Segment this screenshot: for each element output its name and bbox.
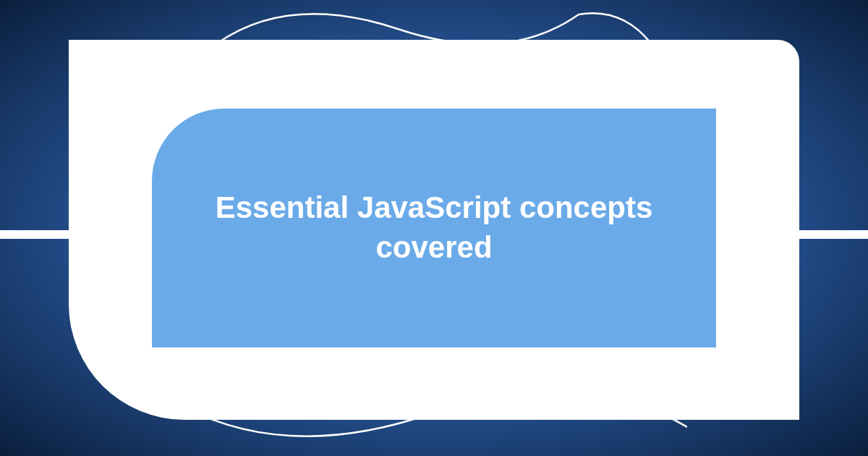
inner-panel: Essential JavaScript concepts covered [152, 109, 716, 347]
horizontal-accent-right [799, 230, 868, 239]
horizontal-accent-left [0, 230, 69, 239]
banner-title: Essential JavaScript concepts covered [195, 188, 673, 267]
